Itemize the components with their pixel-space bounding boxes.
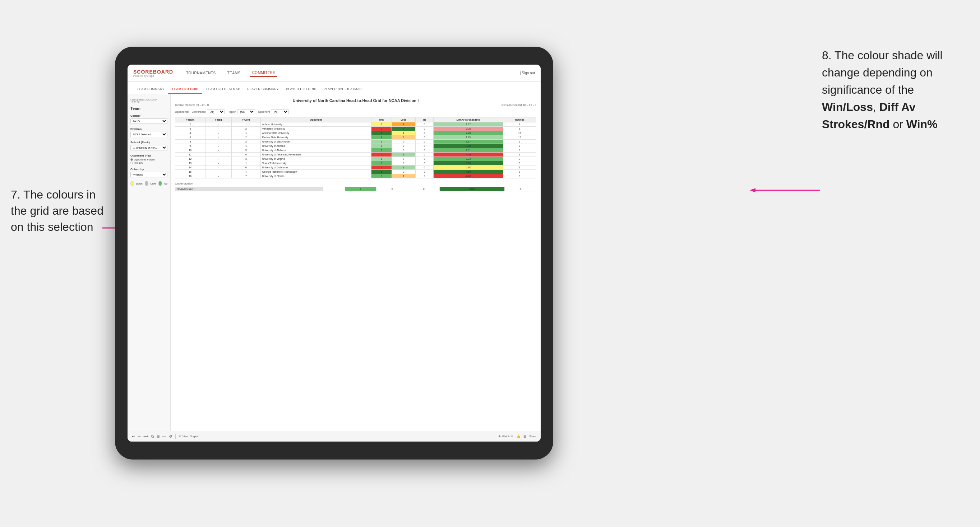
tab-player-summary[interactable]: PLAYER SUMMARY — [244, 85, 282, 94]
logo-area: SCOREBOARD Powered by clippd — [133, 69, 173, 77]
sidebar: Last Updated: 27/03/2024 16:55:38 Team G… — [127, 94, 171, 431]
table-row: 2-1Auburn University2101.679 — [175, 122, 536, 127]
share-btn[interactable]: Share — [529, 435, 536, 438]
ood-name: NCAA Division II — [175, 187, 323, 191]
table-row: 14-6University of Oklahoma010-1.003 — [175, 165, 536, 170]
conference-select[interactable]: (All) — [207, 110, 225, 114]
region-filter: Region (All) — [228, 110, 255, 114]
dash-icon[interactable]: — — [162, 434, 166, 438]
nav-teams[interactable]: TEAMS — [225, 70, 243, 76]
toolbar-separator — [175, 434, 176, 439]
legend-down-label: Down — [136, 183, 143, 185]
school-select[interactable]: 1. University of Nort... — [130, 145, 167, 151]
conference-filter: Conference (All) — [192, 110, 225, 114]
main-content: Last Updated: 27/03/2024 16:55:38 Team G… — [127, 94, 541, 431]
radio-dot-top100 — [130, 162, 133, 164]
radio-group: Opponents Played Top 100 — [130, 158, 167, 164]
opponents-label: Opponents: — [175, 110, 189, 113]
legend-down-dot — [130, 181, 134, 186]
col-diff: Diff Av Strokes/Rnd — [433, 117, 503, 122]
watch-icon: 👁 — [498, 435, 501, 438]
col-loss: Loss — [391, 117, 415, 122]
out-of-division-label: Out of division — [175, 182, 536, 185]
share-icon[interactable]: ⊞ — [523, 434, 526, 438]
ood-empty1 — [323, 187, 345, 191]
annotation-left: 7. The colours in the grid are based on … — [11, 187, 111, 235]
legend-up-dot — [158, 181, 162, 186]
gender-label: Gender — [130, 114, 167, 117]
table-row: 3-2Vanderbilt University040-2.298 — [175, 127, 536, 131]
tab-player-h2h-heatmap[interactable]: PLAYER H2H HEATMAP — [320, 85, 365, 94]
sidebar-colour-section: Colour by Win/loss — [130, 168, 167, 177]
redo-icon[interactable]: ↪ — [138, 434, 140, 438]
undo-icon[interactable]: ↩ — [132, 434, 135, 438]
grid-title: University of North Carolina Head-to-Hea… — [175, 98, 536, 103]
radio-opponents-played[interactable]: Opponents Played — [130, 158, 167, 161]
grid-icon[interactable]: ⊞ — [157, 434, 159, 438]
logo-sub: Powered by clippd — [133, 75, 173, 77]
tab-team-h2h-grid[interactable]: TEAM H2H GRID — [168, 85, 202, 94]
grid-subtitle: Overall Record: 89 - 17 - 0 Division Rec… — [175, 103, 536, 106]
annotation-right: 8. The colour shade will change dependin… — [822, 47, 973, 133]
grid-area: University of North Carolina Head-to-Hea… — [171, 94, 541, 431]
top-nav: SCOREBOARD Powered by clippd TOURNAMENTS… — [127, 65, 541, 82]
table-row: 10-5University of Alabama3002.616 — [175, 148, 536, 152]
table-row: 9-1University of Arizona1009.002 — [175, 144, 536, 148]
table-row: 16-7University of Florida310-6.629 — [175, 174, 536, 178]
like-icon[interactable]: 👍 — [516, 434, 520, 438]
annotation-bold-winloss: Win/Loss — [822, 100, 873, 113]
sidebar-gender-section: Gender Men's — [130, 114, 167, 124]
col-rank: # Rank — [175, 117, 205, 122]
table-row: 6-2Florida State University4201.8312 — [175, 135, 536, 140]
col-conf: # Conf — [232, 117, 261, 122]
arrow-right-icon — [748, 187, 820, 194]
tab-player-h2h-grid[interactable]: PLAYER H2H GRID — [282, 85, 320, 94]
forward-icon[interactable]: ⟶ — [143, 434, 148, 438]
sidebar-team-section: Team — [130, 106, 167, 111]
table-row: 12-3University of Virginia1002.333 — [175, 157, 536, 161]
overall-record: Overall Record: 89 - 17 - 0 — [175, 103, 209, 106]
colour-by-label: Colour by — [130, 168, 167, 171]
ood-tie: 0 — [408, 187, 440, 191]
colour-by-select[interactable]: Win/loss — [130, 172, 167, 177]
svg-marker-3 — [750, 188, 756, 192]
table-row: 11-6University of Arkansas, Fayetteville… — [175, 152, 536, 157]
radio-top100[interactable]: Top 100 — [130, 162, 167, 164]
region-select[interactable]: (All) — [237, 110, 255, 114]
nav-committee[interactable]: COMMITTEE — [250, 69, 278, 77]
view-icon: 👁 — [178, 435, 181, 438]
watch-btn[interactable]: 👁 Watch ▼ — [498, 435, 513, 438]
team-label: Team — [130, 106, 167, 111]
tablet-screen: SCOREBOARD Powered by clippd TOURNAMENTS… — [127, 65, 541, 441]
sign-out-link[interactable]: | Sign out — [520, 71, 535, 75]
division-select[interactable]: NCAA Division I — [130, 132, 167, 137]
logo-text: SCOREBOARD — [133, 69, 173, 75]
color-legend: Down Level Up — [130, 181, 167, 186]
school-label: School (Rank) — [130, 141, 167, 144]
tab-team-h2h-heatmap[interactable]: TEAM H2H HEATMAP — [202, 85, 244, 94]
gender-select[interactable]: Men's — [130, 119, 167, 124]
col-win: Win — [371, 117, 391, 122]
copy-icon[interactable]: ⧉ — [151, 434, 154, 439]
ood-win: 1 — [345, 187, 377, 191]
watch-arrow: ▼ — [511, 435, 513, 438]
clock-icon[interactable]: ⏱ — [169, 434, 172, 438]
table-row: 15-4Georgia Institute of Technology5004.… — [175, 170, 536, 174]
ood-loss: 0 — [377, 187, 408, 191]
nav-tournaments[interactable]: TOURNAMENTS — [184, 70, 218, 76]
col-opponent: Opponent — [261, 117, 371, 122]
timestamp: Last Updated: 27/03/2024 16:55:38 — [130, 98, 167, 103]
sidebar-opponent-view-section: Opponent View Opponents Played Top 100 — [130, 154, 167, 164]
table-row: 4-1Arizona State University5102.2817 — [175, 131, 536, 135]
division-label: Division — [130, 127, 167, 131]
table-header-row: # Rank # Reg # Conf Opponent Win Loss Ti… — [175, 117, 536, 122]
division-record: Division Record: 88 - 17 - 0 — [501, 103, 536, 106]
opponent-select[interactable]: (All) — [271, 110, 289, 114]
view-original-btn[interactable]: 👁 View: Original — [178, 435, 199, 438]
sidebar-school-section: School (Rank) 1. University of Nort... — [130, 141, 167, 151]
opponent-view-label: Opponent View — [130, 154, 167, 157]
col-tie: Tie — [416, 117, 434, 122]
col-reg: # Reg — [205, 117, 231, 122]
tab-team-summary[interactable]: TEAM SUMMARY — [133, 85, 168, 94]
sub-nav: TEAM SUMMARY TEAM H2H GRID TEAM H2H HEAT… — [127, 82, 541, 94]
